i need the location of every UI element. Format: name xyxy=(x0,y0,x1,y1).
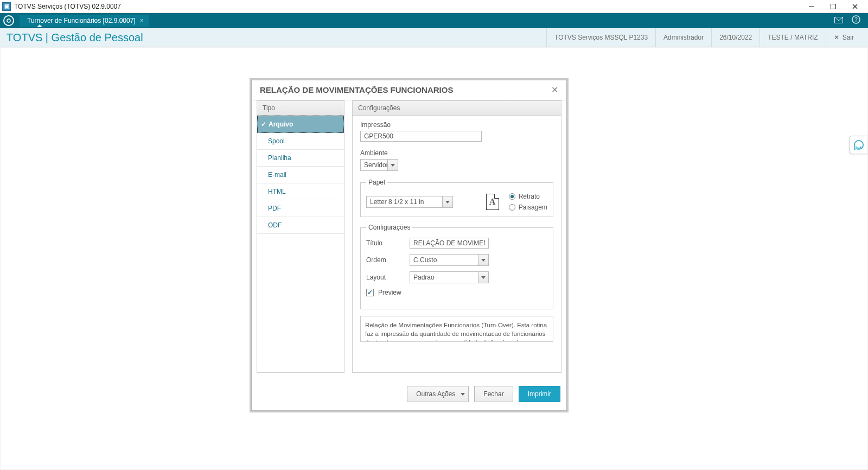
close-icon: ✕ xyxy=(834,34,839,41)
tipo-item-planilha[interactable]: Planilha xyxy=(257,150,344,167)
tipo-item-spool[interactable]: Spool xyxy=(257,133,344,150)
home-icon[interactable] xyxy=(3,15,14,26)
chevron-down-icon[interactable] xyxy=(478,254,489,266)
config-panel-title: Configurações xyxy=(353,101,561,116)
ordem-value: C.Custo xyxy=(410,254,478,266)
fechar-button[interactable]: Fechar xyxy=(474,386,513,402)
retrato-radio[interactable]: Retrato xyxy=(509,193,547,200)
header-service: TOTVS Serviços MSSQL P1233 xyxy=(546,28,655,47)
papel-legend: Papel xyxy=(366,179,387,186)
header-env: TESTE / MATRIZ xyxy=(760,28,825,47)
help-icon[interactable]: ? xyxy=(852,15,860,26)
config-legend: Configurações xyxy=(366,224,412,231)
page-orientation-icon: A xyxy=(486,194,499,210)
window-titlebar: ▣ TOTVS Serviços (TOTVS) 02.9.0007 xyxy=(0,0,868,13)
tipo-item-pdf[interactable]: PDF xyxy=(257,200,344,217)
impressao-label: Impressão xyxy=(360,121,553,129)
tipo-panel-title: Tipo xyxy=(257,101,344,116)
app-header: TOTVS | Gestão de Pessoal TOTVS Serviços… xyxy=(0,28,868,47)
svg-text:?: ? xyxy=(854,17,858,23)
header-user: Administrador xyxy=(655,28,711,47)
titulo-label: Título xyxy=(366,239,410,247)
tipo-item-odf[interactable]: ODF xyxy=(257,217,344,234)
ordem-label: Ordem xyxy=(366,256,410,264)
imprimir-rest: mprimir xyxy=(529,390,551,398)
chevron-down-icon[interactable] xyxy=(442,196,453,208)
svg-point-4 xyxy=(7,19,10,22)
window-minimize-button[interactable] xyxy=(801,0,822,13)
chevron-down-icon[interactable] xyxy=(478,271,489,283)
titulo-input[interactable] xyxy=(410,238,489,249)
impressao-input[interactable] xyxy=(360,131,482,142)
outras-acoes-label: Outras Ações xyxy=(416,390,455,398)
ordem-combo[interactable]: C.Custo xyxy=(410,254,489,266)
preview-label: Preview xyxy=(378,289,401,296)
svg-rect-1 xyxy=(831,4,836,9)
outras-acoes-button[interactable]: Outras Ações xyxy=(407,386,469,402)
app-icon: ▣ xyxy=(2,2,11,11)
papel-value: Letter 8 1/2 x 11 in xyxy=(366,196,442,208)
workspace: RELAÇÃO DE MOVIMENTAÇÕES FUNCIONARIOS ✕ … xyxy=(0,47,868,470)
tipo-item-email[interactable]: E-mail xyxy=(257,167,344,183)
layout-combo[interactable]: Padrao xyxy=(410,271,489,283)
imprimir-button[interactable]: Imprimir xyxy=(519,386,560,402)
window-close-button[interactable] xyxy=(844,0,866,13)
print-dialog: RELAÇÃO DE MOVIMENTAÇÕES FUNCIONARIOS ✕ … xyxy=(250,78,569,412)
ribbon-tab-label: Turnover de Funcionários [02.9.0007] xyxy=(27,17,136,24)
ribbon-bar: Turnover de Funcionários [02.9.0007] × ? xyxy=(0,13,868,28)
layout-value: Padrao xyxy=(410,271,478,283)
tipo-item-arquivo[interactable]: Arquivo xyxy=(257,116,344,133)
dialog-title: RELAÇÃO DE MOVIMENTAÇÕES FUNCIONARIOS xyxy=(260,85,453,94)
ribbon-tab[interactable]: Turnover de Funcionários [02.9.0007] × xyxy=(20,15,149,27)
dialog-header: RELAÇÃO DE MOVIMENTAÇÕES FUNCIONARIOS ✕ xyxy=(251,80,567,100)
preview-checkbox[interactable] xyxy=(366,289,374,296)
window-title: TOTVS Serviços (TOTVS) 02.9.0007 xyxy=(14,3,121,10)
retrato-label: Retrato xyxy=(519,193,540,200)
config-panel: Configurações Impressão Ambiente Servido… xyxy=(352,100,561,373)
tipo-panel: Tipo Arquivo Spool Planilha E-mail HTML … xyxy=(257,100,344,373)
config-group: Configurações Título Ordem C.Custo xyxy=(360,224,553,309)
paisagem-radio[interactable]: Paisagem xyxy=(509,204,547,211)
dialog-close-button[interactable]: ✕ xyxy=(551,85,558,95)
ambiente-label: Ambiente xyxy=(360,149,553,157)
ambiente-value: Servidor xyxy=(360,159,387,171)
papel-combo[interactable]: Letter 8 1/2 x 11 in xyxy=(366,196,453,208)
mail-icon[interactable] xyxy=(834,16,843,26)
header-date: 26/10/2022 xyxy=(711,28,760,47)
close-icon[interactable]: × xyxy=(140,17,144,24)
paisagem-label: Paisagem xyxy=(519,204,547,211)
radio-icon xyxy=(509,204,515,211)
layout-label: Layout xyxy=(366,274,410,281)
chat-icon xyxy=(853,139,864,150)
app-title: TOTVS | Gestão de Pessoal xyxy=(7,31,143,44)
ambiente-combo[interactable]: Servidor xyxy=(360,159,398,171)
dialog-footer: Outras Ações Fechar Imprimir xyxy=(251,377,567,411)
floating-help-button[interactable] xyxy=(849,136,867,154)
radio-icon xyxy=(509,193,515,200)
window-maximize-button[interactable] xyxy=(822,0,844,13)
tipo-item-html[interactable]: HTML xyxy=(257,183,344,200)
exit-label: Sair xyxy=(843,34,854,41)
chevron-down-icon[interactable] xyxy=(387,159,398,171)
exit-button[interactable]: ✕ Sair xyxy=(826,28,861,47)
papel-group: Papel Letter 8 1/2 x 11 in A xyxy=(360,179,553,217)
fechar-label: Fechar xyxy=(483,390,503,398)
description-box: Relação de Movimentações Funcionarios (T… xyxy=(360,316,553,342)
